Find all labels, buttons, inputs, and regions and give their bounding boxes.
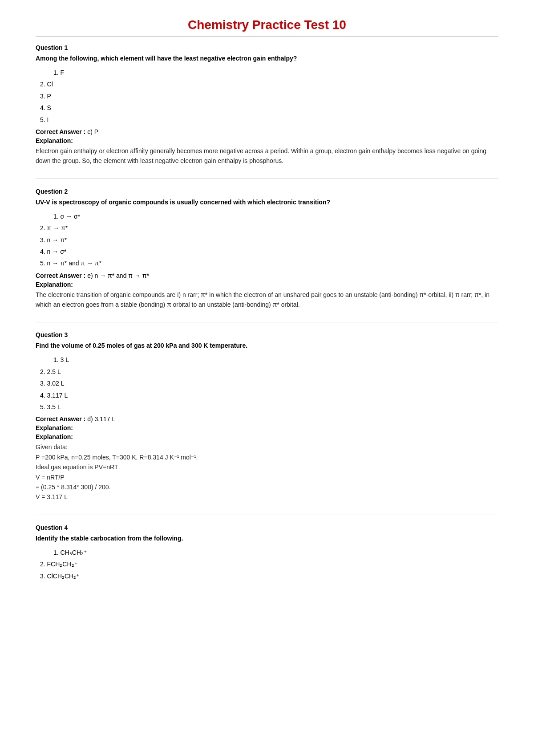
explanation-text-2: The electronic transition of organic com… (36, 290, 498, 310)
question-text-1: Among the following, which element will … (36, 54, 498, 63)
options-list-2: 1. σ → σ*2. π → π*3. n → π*4. n → σ*5. n… (40, 211, 498, 268)
explanation-line: Ideal gas equation is PV=nRT (36, 462, 498, 472)
explanation-label-3: Explanation: (36, 424, 498, 431)
option-item: 4. S (40, 103, 498, 113)
option-item: 3. P (40, 91, 498, 101)
option-item: 2. 2.5 L (40, 367, 498, 377)
explanation-line: V = 3.117 L (36, 492, 498, 502)
option-item: 4. 3.117 L (40, 390, 498, 400)
question-label-1: Question 1 (36, 44, 498, 51)
option-item: 4. n → σ* (40, 247, 498, 256)
section-divider (36, 322, 498, 322)
correct-answer-1: Correct Answer : c) P (36, 128, 498, 135)
explanation-text-1: Electron gain enthalpy or electron affin… (36, 146, 498, 166)
explanation-line: Given data: (36, 442, 498, 452)
option-item: 5. 3.5 L (40, 402, 498, 412)
question-block-3: Question 3Find the volume of 0.25 moles … (36, 331, 498, 502)
section-divider (36, 179, 498, 179)
question-text-3: Find the volume of 0.25 moles of gas at … (36, 341, 498, 350)
option-item: 1. CH₃CH₂⁺ (53, 548, 498, 557)
explanation-label-3: Explanation: (36, 433, 498, 440)
explanation-label-1: Explanation: (36, 137, 498, 144)
explanation-line: P =200 kPa, n=0.25 moles, T=300 K, R=8.3… (36, 452, 498, 462)
question-block-1: Question 1Among the following, which ele… (36, 44, 498, 166)
option-item: 3. 3.02 L (40, 378, 498, 388)
options-list-4: 1. CH₃CH₂⁺2. FCH₂CH₂⁺3. ClCH₂CH₂⁺ (40, 548, 498, 581)
option-item: 1. 3 L (53, 355, 498, 365)
correct-answer-2: Correct Answer : e) n → π* and π → π* (36, 272, 498, 279)
page-title: Chemistry Practice Test 10 (36, 18, 498, 37)
question-block-4: Question 4Identify the stable carbocatio… (36, 524, 498, 581)
option-item: 3. n → π* (40, 235, 498, 245)
option-item: 2. π → π* (40, 223, 498, 233)
option-item: 1. F (53, 68, 498, 77)
option-item: 5. n → π* and π → π* (40, 258, 498, 268)
question-text-4: Identify the stable carbocation from the… (36, 534, 498, 543)
option-item: 3. ClCH₂CH₂⁺ (40, 571, 498, 581)
option-item: 1. σ → σ* (53, 211, 498, 221)
question-text-2: UV-V is spectroscopy of organic compound… (36, 198, 498, 207)
explanation-label-2: Explanation: (36, 281, 498, 288)
option-item: 2. FCH₂CH₂⁺ (40, 559, 498, 569)
options-list-3: 1. 3 L2. 2.5 L3. 3.02 L4. 3.117 L5. 3.5 … (40, 355, 498, 412)
question-label-2: Question 2 (36, 188, 498, 195)
option-item: 2. Cl (40, 79, 498, 89)
section-divider (36, 515, 498, 515)
explanation-line: V = nRT/P (36, 472, 498, 482)
correct-answer-3: Correct Answer : d) 3.117 L (36, 415, 498, 423)
options-list-1: 1. F2. Cl3. P4. S5. I (40, 68, 498, 125)
explanation-line: = (0.25 * 8.314* 300) / 200. (36, 482, 498, 492)
question-label-3: Question 3 (36, 331, 498, 338)
question-block-2: Question 2UV-V is spectroscopy of organi… (36, 188, 498, 310)
question-label-4: Question 4 (36, 524, 498, 531)
option-item: 5. I (40, 115, 498, 125)
